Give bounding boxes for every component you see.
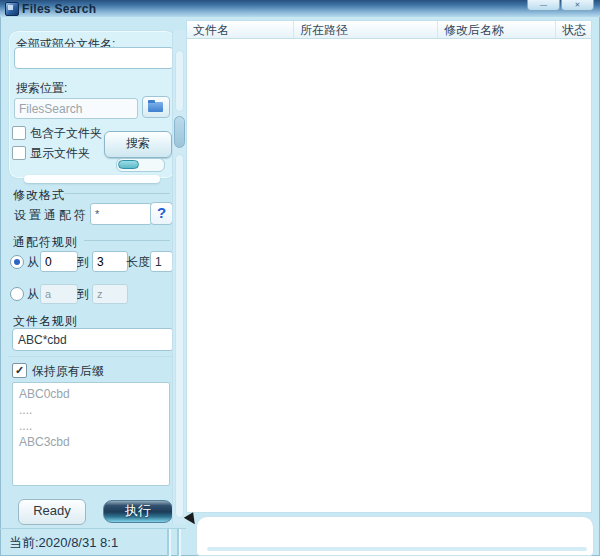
- alpha-to-label: 到: [77, 286, 89, 303]
- alpha-rule-radio[interactable]: [10, 287, 24, 301]
- bottom-panel-stripe: [207, 547, 587, 551]
- keep-suffix-label: 保持原有后缀: [32, 363, 104, 380]
- wildcard-rules-rule: [84, 240, 170, 241]
- minimize-icon: —: [540, 1, 547, 8]
- app-icon: [5, 2, 19, 16]
- show-folders-checkbox[interactable]: [12, 146, 26, 160]
- mouse-cursor-icon: [183, 512, 195, 525]
- column-header-filename[interactable]: 文件名: [187, 21, 294, 38]
- list-item[interactable]: ABC3cbd: [13, 434, 169, 450]
- table-header-row: 文件名 所在路径 修改后名称 状态: [187, 21, 591, 39]
- length-label: 长度: [126, 254, 150, 271]
- list-item[interactable]: ....: [13, 418, 169, 434]
- keep-suffix-checkbox[interactable]: ✓: [12, 363, 27, 378]
- wildcard-input[interactable]: [90, 203, 152, 225]
- filename-input[interactable]: [14, 47, 174, 69]
- app-window: Files Search — ✕ 全部或部分文件名: 搜索位置: 包含子文件夹 …: [0, 0, 600, 556]
- browse-button[interactable]: [142, 96, 170, 118]
- progress-toggle-thumb[interactable]: [118, 160, 139, 169]
- ready-button[interactable]: Ready: [18, 499, 86, 525]
- alpha-to-input[interactable]: [92, 284, 128, 304]
- list-item[interactable]: ABC0cbd: [13, 386, 169, 402]
- close-icon: ✕: [575, 1, 581, 8]
- length-combobox[interactable]: 1: [150, 251, 173, 272]
- numeric-to-label: 到: [77, 254, 89, 271]
- rules-divider: [8, 356, 172, 357]
- show-folders-label: 显示文件夹: [30, 145, 90, 162]
- left-scrollbar-thumb[interactable]: [174, 116, 185, 148]
- progress-toggle[interactable]: [116, 158, 165, 172]
- help-button[interactable]: ?: [150, 202, 173, 225]
- execute-button[interactable]: 执行: [103, 500, 173, 523]
- window-title: Files Search: [22, 2, 96, 16]
- wildcard-label: 设置通配符: [14, 207, 89, 224]
- close-button[interactable]: ✕: [561, 0, 594, 11]
- status-grip-2: [177, 529, 181, 556]
- statusbar-divider: [0, 528, 186, 529]
- numeric-rule-radio[interactable]: [10, 255, 24, 269]
- length-value: 1: [155, 255, 162, 269]
- section-divider-pill: [24, 175, 160, 183]
- folder-icon: [148, 102, 163, 112]
- scroll-segment-bottom: [175, 154, 184, 518]
- modify-format-rule: [64, 193, 170, 194]
- column-header-path[interactable]: 所在路径: [294, 21, 438, 38]
- column-header-status[interactable]: 状态: [556, 21, 591, 38]
- left-scrollbar[interactable]: [172, 30, 186, 524]
- preview-listbox[interactable]: ABC0cbd .... .... ABC3cbd: [12, 382, 170, 486]
- scroll-segment-top: [175, 50, 184, 112]
- title-bar: Files Search: [0, 0, 600, 17]
- list-item[interactable]: ....: [13, 402, 169, 418]
- wildcard-rules-title: 通配符规则: [13, 234, 78, 251]
- location-input[interactable]: [14, 98, 138, 119]
- include-subfolders-label: 包含子文件夹: [30, 125, 102, 142]
- pattern-input[interactable]: [12, 328, 174, 351]
- alpha-from-input[interactable]: [40, 284, 78, 304]
- numeric-from-input[interactable]: [40, 251, 78, 272]
- search-button[interactable]: 搜索: [104, 131, 172, 158]
- minimize-button[interactable]: —: [527, 0, 560, 11]
- numeric-from-label: 从: [27, 254, 39, 271]
- column-header-newname[interactable]: 修改后名称: [438, 21, 556, 38]
- alpha-from-label: 从: [27, 286, 39, 303]
- modify-format-title: 修改格式: [13, 187, 65, 204]
- include-subfolders-checkbox[interactable]: [12, 126, 26, 140]
- numeric-to-input[interactable]: [92, 251, 128, 272]
- status-grip-1: [167, 529, 171, 556]
- results-table: 文件名 所在路径 修改后名称 状态: [186, 20, 592, 513]
- location-label: 搜索位置:: [16, 80, 67, 97]
- status-text: 当前:2020/8/31 8:1: [9, 534, 118, 552]
- bottom-panel[interactable]: [196, 516, 594, 556]
